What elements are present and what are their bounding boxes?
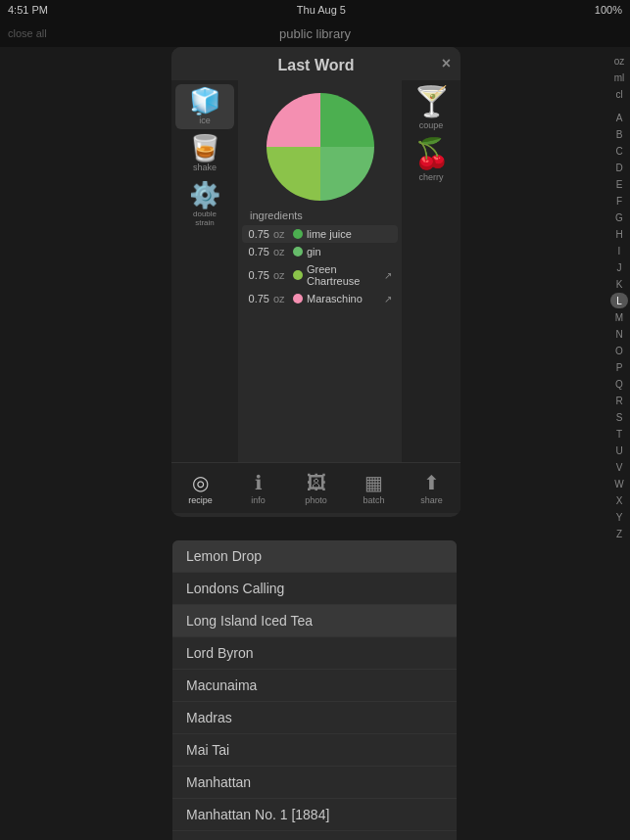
ingredient-row[interactable]: 0.75 oz gin xyxy=(242,243,398,260)
tool-ice[interactable]: 🧊 ice xyxy=(175,84,234,129)
alpha-cl[interactable]: cl xyxy=(610,86,628,102)
ingredients-label: ingredients xyxy=(238,210,303,221)
alpha-K[interactable]: K xyxy=(610,276,628,292)
ing-unit: oz xyxy=(273,228,289,240)
ing-name: GreenChartreuse xyxy=(307,263,380,287)
ing-amount: 0.75 xyxy=(248,228,269,240)
tab-share[interactable]: ⬆ share xyxy=(403,463,460,513)
list-item[interactable]: Londons Calling xyxy=(172,573,457,605)
recipe-tab-label: recipe xyxy=(188,495,213,505)
list-item[interactable]: Mai Tai xyxy=(172,734,457,767)
alpha-S[interactable]: S xyxy=(610,409,628,425)
garnish-panel: 🍸 coupe 🍒 cherry xyxy=(402,80,460,462)
status-battery: 100% xyxy=(595,4,622,16)
tools-panel: 🧊 ice 🥃 shake ⚙️ doublestrain xyxy=(171,80,238,462)
ing-amount: 0.75 xyxy=(248,293,269,304)
tab-recipe[interactable]: ◎ recipe xyxy=(171,463,229,513)
tab-batch[interactable]: ▦ batch xyxy=(345,463,403,513)
tab-info[interactable]: ℹ info xyxy=(229,463,287,513)
ice-icon: 🧊 xyxy=(189,88,220,114)
list-item[interactable]: Manhattan xyxy=(172,767,457,799)
ing-amount: 0.75 xyxy=(248,269,269,281)
alpha-L[interactable]: L xyxy=(610,293,628,308)
cocktail-modal: Last Word × 🧊 ice 🥃 shake ⚙️ doublestrai… xyxy=(171,47,460,517)
cocktail-list: Lemon Drop Londons Calling Long Island I… xyxy=(172,540,457,840)
ing-dot xyxy=(293,229,303,239)
ice-label: ice xyxy=(199,116,211,125)
batch-tab-label: batch xyxy=(363,495,384,505)
ing-unit: oz xyxy=(273,246,289,257)
pie-chart xyxy=(262,88,379,206)
share-tab-label: share xyxy=(420,495,443,505)
alpha-G[interactable]: G xyxy=(610,210,628,225)
list-item[interactable]: Lord Byron xyxy=(172,637,457,670)
alpha-J[interactable]: J xyxy=(610,259,628,275)
alpha-ml[interactable]: ml xyxy=(610,70,628,85)
list-item[interactable]: Lemon Drop xyxy=(172,540,457,573)
modal-tabs: ◎ recipe ℹ info 🖼 photo ▦ batch ⬆ share xyxy=(171,462,460,513)
alpha-A[interactable]: A xyxy=(610,110,628,125)
alpha-P[interactable]: P xyxy=(610,359,628,375)
list-item[interactable]: Manhattan No. 2 [1884] xyxy=(172,831,457,840)
modal-body: 🧊 ice 🥃 shake ⚙️ doublestrain xyxy=(171,80,460,462)
status-day: Thu Aug 5 xyxy=(297,4,346,16)
alpha-V[interactable]: V xyxy=(610,459,628,475)
ing-dot xyxy=(293,247,303,257)
status-bar: 4:51 PM Thu Aug 5 100% xyxy=(0,0,630,20)
photo-tab-icon: 🖼 xyxy=(307,472,326,494)
alpha-Z[interactable]: Z xyxy=(610,526,628,541)
alpha-H[interactable]: H xyxy=(610,226,628,242)
alpha-T[interactable]: T xyxy=(610,426,628,442)
alpha-O[interactable]: O xyxy=(610,343,628,358)
list-item[interactable]: Long Island Iced Tea xyxy=(172,605,457,637)
ing-unit: oz xyxy=(273,269,289,281)
tool-double-strain[interactable]: ⚙️ doublestrain xyxy=(175,178,234,231)
alpha-I[interactable]: I xyxy=(610,243,628,258)
alpha-U[interactable]: U xyxy=(610,443,628,458)
close-all-button[interactable]: close all xyxy=(8,27,47,39)
list-item[interactable]: Macunaima xyxy=(172,670,457,702)
ing-dot xyxy=(293,270,303,280)
alpha-oz[interactable]: oz xyxy=(610,53,628,69)
center-panel: ingredients 0.75 oz lime juice 0.75 oz g… xyxy=(238,80,402,462)
alpha-index: oz ml cl A B C D E F G H I J K L M N O P… xyxy=(608,47,630,840)
garnish-coupe[interactable]: 🍸 coupe xyxy=(413,84,450,130)
header-title: public library xyxy=(279,26,351,41)
batch-tab-icon: ▦ xyxy=(364,471,383,494)
modal-close-button[interactable]: × xyxy=(442,55,451,72)
shake-label: shake xyxy=(193,163,217,172)
alpha-R[interactable]: R xyxy=(610,393,628,408)
alpha-M[interactable]: M xyxy=(610,309,628,325)
alpha-N[interactable]: N xyxy=(610,326,628,342)
alpha-W[interactable]: W xyxy=(610,476,628,491)
alpha-X[interactable]: X xyxy=(610,492,628,508)
alpha-C[interactable]: C xyxy=(610,143,628,159)
list-item[interactable]: Madras xyxy=(172,702,457,734)
ing-amount: 0.75 xyxy=(248,246,269,257)
double-strain-label: doublestrain xyxy=(193,210,217,227)
ingredient-row[interactable]: 0.75 oz lime juice xyxy=(242,225,398,243)
tab-photo[interactable]: 🖼 photo xyxy=(287,463,345,513)
ingredient-row[interactable]: 0.75 oz Maraschino ↗ xyxy=(242,290,398,307)
alpha-D[interactable]: D xyxy=(610,160,628,175)
alpha-B[interactable]: B xyxy=(610,126,628,142)
ing-link-icon: ↗ xyxy=(384,294,392,304)
alpha-F[interactable]: F xyxy=(610,193,628,209)
tool-shake[interactable]: 🥃 shake xyxy=(175,131,234,176)
status-time: 4:51 PM xyxy=(8,4,48,16)
alpha-Y[interactable]: Y xyxy=(610,509,628,525)
alpha-E[interactable]: E xyxy=(610,176,628,192)
ing-name: lime juice xyxy=(307,228,392,240)
garnish-cherry[interactable]: 🍒 cherry xyxy=(413,136,450,182)
alpha-Q[interactable]: Q xyxy=(610,376,628,392)
ingredient-row[interactable]: 0.75 oz GreenChartreuse ↗ xyxy=(242,260,398,290)
photo-tab-label: photo xyxy=(305,495,327,505)
ing-name: Maraschino xyxy=(307,293,380,304)
shake-icon: 🥃 xyxy=(189,135,220,161)
ing-name: gin xyxy=(307,246,392,257)
list-item[interactable]: Manhattan No. 1 [1884] xyxy=(172,799,457,831)
cherry-icon: 🍒 xyxy=(413,136,450,170)
info-tab-icon: ℹ xyxy=(255,471,263,494)
recipe-tab-icon: ◎ xyxy=(192,471,209,494)
modal-title: Last Word xyxy=(278,57,355,73)
